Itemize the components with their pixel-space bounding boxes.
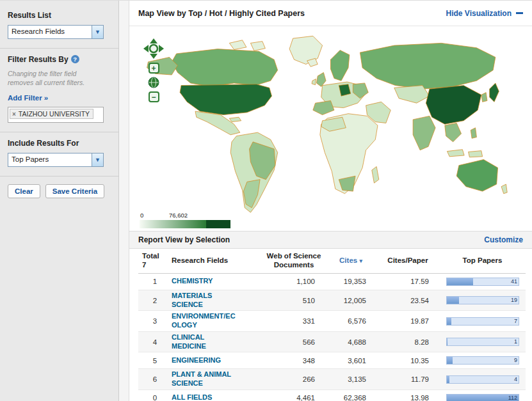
research-fields-header: Research Fields <box>172 256 262 264</box>
add-filter-link[interactable]: Add Filter » <box>8 94 48 102</box>
legend-labels: 0 76,602 <box>140 212 230 220</box>
globe-reset-icon[interactable] <box>148 77 159 88</box>
research-field-link[interactable]: CLINICAL MEDICINE <box>172 333 262 351</box>
filter-tag: × TAIZHOU UNIVERSITY <box>10 109 93 119</box>
top-papers-cell: 1 <box>439 338 526 346</box>
zoom-out-button[interactable]: − <box>149 91 159 102</box>
row-cites-value: 4,688 <box>325 338 376 346</box>
remove-tag-icon[interactable]: × <box>12 111 16 118</box>
row-docs-value: 348 <box>262 357 325 365</box>
top-papers-cell: 112 <box>439 394 526 401</box>
research-field-link[interactable]: CHEMISTRY <box>172 277 262 286</box>
row-cites-value: 62,368 <box>325 394 376 401</box>
map-view-title: Map View by Top / Hot / Highly Cited Pap… <box>138 9 305 18</box>
row-docs-value: 510 <box>262 297 325 304</box>
filter-tags-box: × TAIZHOU UNIVERSITY <box>8 107 104 123</box>
filter-tag-label: TAIZHOU UNIVERSITY <box>19 110 90 118</box>
sort-descending-icon: ▾ <box>359 258 362 264</box>
top-papers-bar-fill <box>447 297 459 304</box>
row-docs-value: 1,100 <box>262 278 325 285</box>
map-view-header: Map View by Top / Hot / Highly Cited Pap… <box>129 1 532 26</box>
top-papers-cell: 41 <box>439 278 526 286</box>
top-papers-bar-fill <box>447 338 447 345</box>
help-icon[interactable]: ? <box>71 55 79 63</box>
research-field-link[interactable]: PLANT & ANIMAL SCIENCE <box>172 370 262 388</box>
research-field-link[interactable]: ALL FIELDS <box>172 393 262 401</box>
top-papers-cell: 19 <box>439 296 526 304</box>
top-papers-value: 19 <box>511 297 517 304</box>
research-field-link[interactable]: MATERIALS SCIENCE <box>172 292 262 310</box>
row-cites-per-paper-value: 13.98 <box>376 394 439 401</box>
chevron-down-icon[interactable]: ▼ <box>92 153 103 166</box>
map-pan-control[interactable] <box>143 38 165 59</box>
total-label: Total <box>142 251 172 260</box>
top-papers-value: 1 <box>514 338 517 345</box>
esi-app-window: Results List Research Fields ▼ Filter Re… <box>0 0 532 401</box>
top-papers-value: 112 <box>508 395 517 401</box>
cites-sort-header[interactable]: Cites ▾ <box>325 256 376 264</box>
table-row: 3 ENVIRONMENT/ECOLOGY 331 6,576 19.87 7 <box>138 311 526 332</box>
sidebar: Results List Research Fields ▼ Filter Re… <box>0 1 119 401</box>
top-papers-bar: 19 <box>446 296 519 304</box>
row-cites-value: 12,005 <box>325 297 376 304</box>
table-row: 0 ALL FIELDS 4,461 62,368 13.98 112 <box>138 390 526 401</box>
top-papers-bar: 4 <box>446 375 519 384</box>
research-field-link[interactable]: ENVIRONMENT/ECOLOGY <box>172 312 262 330</box>
row-rank: 5 <box>138 357 172 365</box>
row-cites-per-paper-value: 11.79 <box>376 375 439 383</box>
results-list-selected-value: Research Fields <box>8 26 92 38</box>
total-header: Total 7 <box>138 251 172 270</box>
top-papers-cell: 9 <box>439 356 526 365</box>
row-rank: 2 <box>138 297 172 304</box>
table-row: 2 MATERIALS SCIENCE 510 12,005 23.54 19 <box>138 290 526 311</box>
report-view-header: Report View by Selection Customize <box>129 231 532 249</box>
results-list-select[interactable]: Research Fields ▼ <box>8 25 104 39</box>
row-cites-value: 3,135 <box>325 375 376 383</box>
map-controls: + − <box>142 38 165 102</box>
row-docs-value: 331 <box>262 317 325 325</box>
report-view-title: Report View by Selection <box>138 235 230 244</box>
row-cites-per-paper-value: 19.87 <box>376 317 439 325</box>
clear-button[interactable]: Clear <box>8 184 40 198</box>
top-papers-bar-fill <box>447 318 451 325</box>
sidebar-scrollbar[interactable] <box>119 1 129 401</box>
row-cites-per-paper-value: 23.54 <box>376 297 439 304</box>
legend-gradient-bar <box>140 220 230 228</box>
research-field-link[interactable]: ENGINEERING <box>172 356 262 365</box>
filter-results-by-text: Filter Results By <box>8 55 69 64</box>
wos-documents-header: Web of Science Documents <box>262 251 325 270</box>
row-docs-value: 4,461 <box>262 394 325 401</box>
row-rank: 3 <box>138 317 172 325</box>
zoom-in-button[interactable]: + <box>149 63 159 74</box>
row-docs-value: 566 <box>262 338 325 346</box>
filter-note: Changing the filter field removes all cu… <box>8 69 104 87</box>
table-row: 5 ENGINEERING 348 3,601 10.35 9 <box>138 352 526 369</box>
row-cites-per-paper-value: 10.35 <box>376 357 439 365</box>
hide-visualization-link[interactable]: Hide Visualization <box>446 9 523 18</box>
collapse-minus-icon <box>516 12 523 14</box>
top-papers-value: 7 <box>514 318 517 325</box>
cites-header-label: Cites <box>339 256 357 264</box>
top-papers-value: 41 <box>511 278 517 285</box>
customize-link[interactable]: Customize <box>484 235 523 244</box>
top-papers-bar: 1 <box>446 338 519 346</box>
table-row: 1 CHEMISTRY 1,100 19,353 17.59 41 <box>138 274 526 290</box>
include-results-select[interactable]: Top Papers ▼ <box>8 153 104 167</box>
chevron-down-icon[interactable]: ▼ <box>92 26 103 38</box>
top-papers-bar: 9 <box>446 356 519 365</box>
table-row: 4 CLINICAL MEDICINE 566 4,688 8.28 1 <box>138 332 526 353</box>
table-row: 6 PLANT & ANIMAL SCIENCE 266 3,135 11.79… <box>138 369 526 390</box>
legend-min-value: 0 <box>140 212 143 219</box>
table-header-row: Total 7 Research Fields Web of Science D… <box>138 249 526 274</box>
map-color-legend: 0 76,602 <box>140 212 230 228</box>
save-criteria-button[interactable]: Save Criteria <box>45 184 104 198</box>
top-papers-cell: 7 <box>439 317 526 326</box>
world-choropleth-map[interactable] <box>141 31 512 214</box>
map-countries[interactable] <box>147 36 508 212</box>
top-papers-bar-fill <box>447 376 449 383</box>
top-papers-bar-fill <box>447 357 453 364</box>
include-results-selected-value: Top Papers <box>8 153 92 166</box>
cites-per-paper-header: Cites/Paper <box>376 256 439 265</box>
hide-visualization-label: Hide Visualization <box>446 9 512 18</box>
top-papers-cell: 4 <box>439 375 526 384</box>
